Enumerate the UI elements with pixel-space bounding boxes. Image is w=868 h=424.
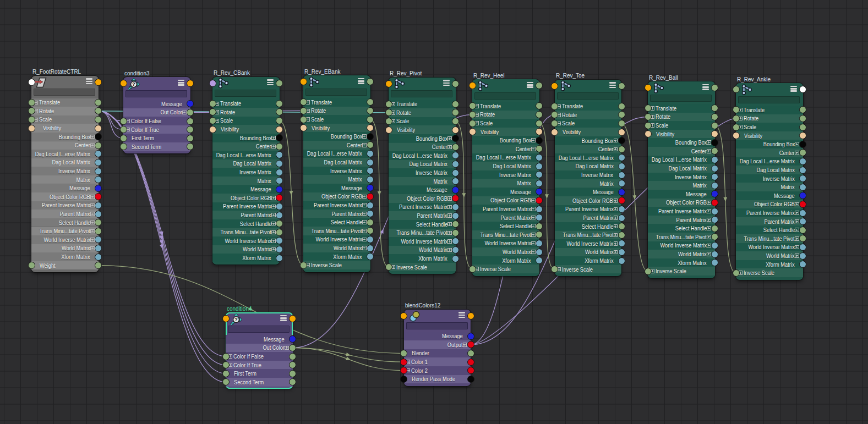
svg-text:?: ? [132,81,135,87]
svg-text:?: ? [234,316,238,322]
